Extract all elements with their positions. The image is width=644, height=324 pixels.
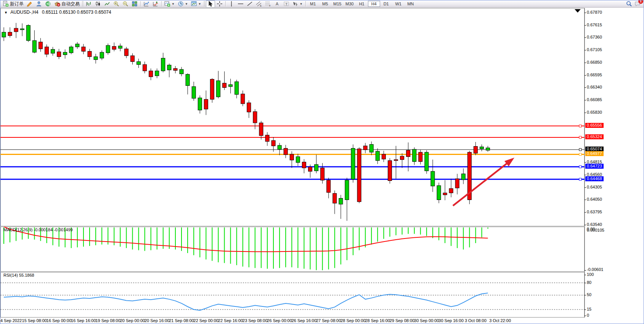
candle — [20, 29, 24, 30]
timeframe-d1[interactable]: D1 — [380, 1, 392, 7]
candle — [437, 185, 441, 200]
axis-tick-mark — [585, 100, 586, 100]
timeframe-m1[interactable]: M1 — [307, 1, 319, 7]
indicators-button[interactable] — [142, 0, 151, 8]
axis-tick-mark — [585, 162, 586, 163]
text-a-icon: A — [274, 1, 280, 7]
rsi-tick-label: 50 — [587, 292, 591, 297]
zoom-out-icon — [122, 1, 128, 7]
price-tick-label: 0.67105 — [587, 47, 602, 52]
candle — [167, 65, 171, 70]
timeframe-h1[interactable]: H1 — [356, 1, 368, 7]
add-chart-button[interactable]: ▼ — [163, 0, 176, 8]
text-tool-button[interactable]: A — [273, 0, 282, 8]
rsi-indicator-label: RSI(14) 55.1868 — [3, 273, 34, 277]
text-label-tool-button[interactable]: T — [282, 0, 291, 8]
toolbar-grip — [82, 1, 84, 6]
date-tick-label: 14 Sep 2022 — [0, 318, 22, 323]
line-endpoint-marker — [579, 136, 581, 139]
bar-chart-button[interactable] — [84, 0, 93, 8]
candlestick-chart-button[interactable] — [93, 0, 103, 8]
indicator-list-button[interactable] — [151, 0, 160, 8]
date-tick-label: 28 Sep 00:00 — [340, 318, 365, 323]
candle — [106, 45, 110, 53]
chevron-down-icon: ▼ — [172, 2, 175, 6]
candle — [247, 103, 251, 112]
candle — [413, 149, 416, 161]
timeframe-w1[interactable]: W1 — [392, 1, 405, 7]
candle — [223, 83, 226, 88]
chevron-down-icon: ▼ — [198, 2, 201, 6]
price-line-badge: 0.64723 — [585, 164, 604, 169]
timeframe-m5[interactable]: M5 — [319, 1, 331, 7]
chevron-down-icon: ▼ — [300, 2, 303, 6]
timeframe-m15[interactable]: M15 — [331, 1, 344, 7]
candle — [143, 64, 147, 71]
axis-tick-mark — [585, 37, 586, 38]
vertical-line-tool-button[interactable] — [227, 0, 236, 8]
toolbar-right-group: 1 — [626, 1, 644, 7]
candle — [124, 49, 128, 56]
vertical-line-icon — [228, 1, 234, 7]
date-tick-label: 3 Oct 08:00 — [465, 318, 487, 323]
candle — [308, 167, 312, 171]
zoom-out-button[interactable] — [121, 0, 130, 8]
line-endpoint-marker — [579, 148, 581, 151]
profile-button[interactable] — [34, 0, 43, 8]
date-tick-label: 20 Sep 16:00 — [145, 318, 169, 323]
indicator-list-icon — [153, 1, 159, 7]
candle — [14, 28, 18, 32]
timeframe-h4[interactable]: H4 — [368, 1, 380, 7]
signal-icon — [45, 1, 51, 7]
line-endpoint-marker — [579, 166, 581, 168]
search-icon[interactable] — [626, 1, 632, 7]
line-endpoint-marker — [579, 125, 581, 127]
main-chart-canvas[interactable] — [0, 8, 585, 226]
bar-chart-icon — [86, 1, 92, 7]
add-chart-icon — [164, 1, 170, 7]
candle — [265, 135, 269, 142]
fibonacci-tool-button[interactable]: F — [263, 0, 273, 8]
trendline-tool-button[interactable] — [245, 0, 254, 8]
horizontal-line-tool-button[interactable] — [236, 0, 245, 8]
candle — [296, 156, 300, 162]
candle — [382, 154, 385, 159]
period-button[interactable]: ▼ — [176, 0, 190, 8]
axis-tick-mark — [585, 225, 586, 225]
symbol-dropdown-icon[interactable]: ▼ — [4, 11, 8, 15]
rsi-canvas[interactable] — [0, 272, 585, 318]
signals-button[interactable] — [43, 0, 53, 8]
candle — [45, 47, 48, 54]
candle — [204, 99, 208, 109]
toolbar-separator — [225, 1, 226, 6]
candle — [155, 71, 159, 76]
channel-tool-button[interactable]: E — [254, 0, 263, 8]
candle — [69, 47, 73, 53]
macd-indicator-label: MACD(12,26,9) -0.000184 -0.001499 — [3, 227, 73, 232]
indicators-icon — [143, 1, 149, 7]
line-chart-button[interactable] — [103, 0, 112, 8]
template-button[interactable]: ▼ — [190, 0, 203, 8]
timeframe-mn[interactable]: MN — [405, 1, 417, 7]
new-order-button[interactable]: 新订单 — [1, 0, 25, 8]
candle — [229, 85, 233, 87]
tile-windows-button[interactable] — [130, 0, 139, 8]
zoom-in-button[interactable] — [112, 0, 121, 8]
metaeditor-button[interactable] — [25, 0, 34, 8]
date-tick-label: 20 Sep 00:00 — [120, 318, 145, 323]
macd-canvas[interactable] — [0, 227, 585, 272]
auto-trading-button[interactable]: 自动交易 — [53, 0, 81, 8]
candle — [186, 74, 190, 86]
crosshair-tool-button[interactable] — [215, 0, 224, 8]
arrows-tool-button[interactable]: ▼ — [291, 0, 304, 8]
axis-tick-mark — [585, 187, 586, 188]
chart-shift-marker[interactable] — [575, 9, 581, 13]
cursor-tool-button[interactable] — [206, 0, 215, 8]
clock-icon — [178, 1, 184, 7]
svg-text:A: A — [276, 2, 279, 6]
macd-min-label: -0.00601 — [587, 267, 603, 272]
candle — [474, 147, 477, 153]
notifications-button[interactable]: 1 — [634, 1, 641, 7]
candle — [302, 162, 306, 168]
timeframe-m30[interactable]: M30 — [344, 1, 356, 7]
